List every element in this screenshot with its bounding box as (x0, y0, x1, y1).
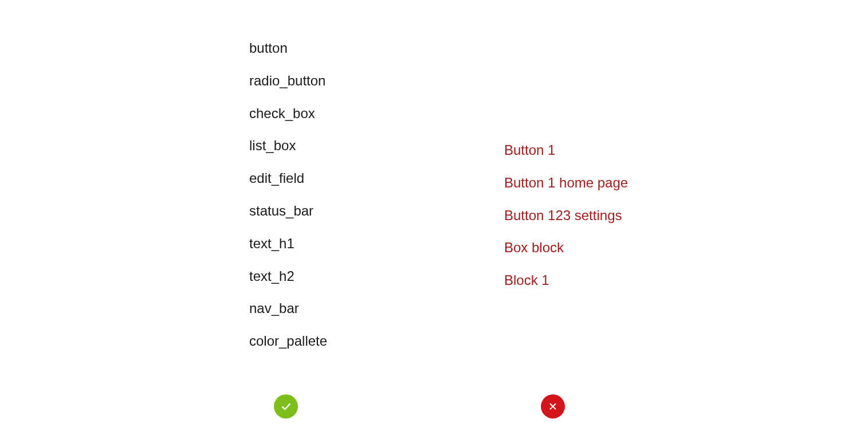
bad-example-item: Block 1 (504, 272, 628, 289)
status-badges-row (0, 394, 868, 418)
bad-example-item: Button 1 home page (504, 175, 628, 191)
good-example-item: color_pallete (249, 333, 504, 350)
good-example-item: nav_bar (249, 300, 504, 317)
cross-icon (541, 394, 565, 418)
good-example-item: edit_field (249, 170, 504, 187)
good-example-item: text_h2 (249, 268, 504, 285)
bad-example-item: Button 123 settings (504, 208, 628, 224)
good-examples-column: button radio_button check_box list_box e… (249, 40, 504, 366)
good-example-item: text_h1 (249, 236, 504, 252)
comparison-columns: button radio_button check_box list_box e… (0, 0, 868, 366)
bad-examples-column: Button 1 Button 1 home page Button 123 s… (504, 40, 628, 305)
bad-example-item: Box block (504, 240, 628, 256)
checkmark-icon (274, 394, 298, 418)
bad-badge-slot (541, 394, 565, 418)
bad-example-item: Button 1 (504, 142, 628, 159)
good-example-item: list_box (249, 138, 504, 154)
good-badge-slot (274, 394, 298, 418)
good-example-item: button (249, 40, 504, 57)
good-example-item: status_bar (249, 203, 504, 220)
good-example-item: check_box (249, 105, 504, 122)
good-example-item: radio_button (249, 73, 504, 89)
